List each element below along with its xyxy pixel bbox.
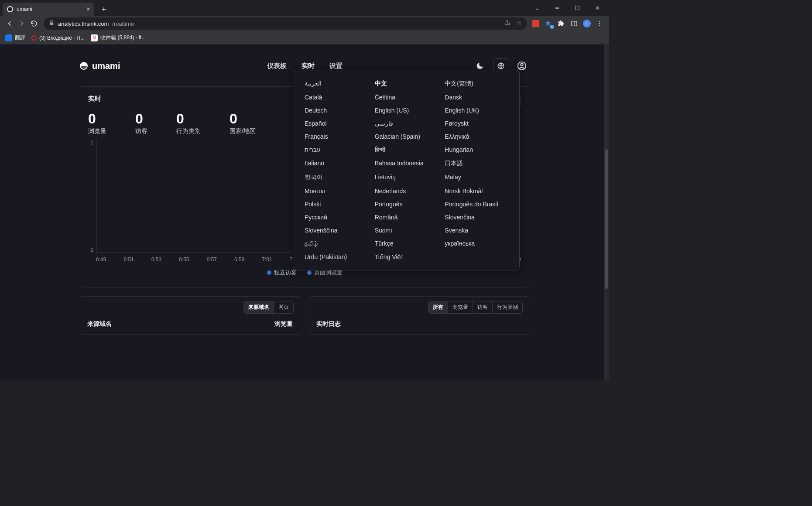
bookmark-label: (3) Входящие - П...	[39, 35, 85, 41]
extensions-puzzle-icon[interactable]	[557, 19, 565, 28]
nav-item[interactable]: 实时	[302, 62, 315, 70]
language-option[interactable]: العربية	[305, 80, 368, 88]
language-option[interactable]: עברית	[305, 146, 368, 154]
bookmark-item[interactable]: (3) Входящие - П...	[31, 35, 85, 41]
segmented-tab[interactable]: 网页	[274, 301, 293, 313]
forward-button[interactable]	[16, 17, 28, 30]
language-option[interactable]: Português	[375, 201, 438, 208]
bookmark-icon: M	[91, 34, 98, 41]
log-card: 所有浏览量访客行为类别 实时日志	[309, 296, 529, 335]
language-option[interactable]: Tiếng Việt	[375, 253, 438, 260]
nav-item[interactable]: 仪表板	[267, 62, 287, 70]
language-option[interactable]: English (US)	[375, 107, 438, 114]
language-option[interactable]: Türkçe	[375, 240, 438, 247]
referrers-tabs: 来源域名网页	[243, 301, 294, 314]
new-tab-button[interactable]: +	[98, 3, 110, 16]
language-option[interactable]: 日本語	[445, 160, 508, 168]
language-option[interactable]: Norsk Bokmål	[445, 188, 508, 195]
url-path: /realtime	[112, 21, 134, 27]
favicon-icon	[7, 6, 13, 12]
language-option[interactable]: Føroyskt	[445, 120, 508, 127]
language-option[interactable]: Lietuvių	[375, 174, 438, 181]
language-option[interactable]: Malay	[445, 174, 508, 181]
language-option[interactable]: Nederlands	[375, 188, 438, 195]
language-option[interactable]: Urdu (Pakistan)	[305, 253, 368, 260]
bookmark-item[interactable]: M收件箱 (5,884) - lt...	[91, 34, 146, 41]
language-option[interactable]: Ελληνικά	[445, 133, 508, 140]
language-option[interactable]: Suomi	[375, 227, 438, 234]
bottom-row: 来源域名网页 来源域名 浏览量 所有浏览量访客行为类别 实时日志	[80, 296, 529, 335]
scrollbar[interactable]	[604, 44, 609, 380]
language-option[interactable]: Čeština	[375, 94, 438, 101]
language-dropdown[interactable]: العربية中文中文(繁體)CatalàČeštinaDanskDeutsch…	[293, 70, 520, 270]
chevron-down-icon[interactable]: ⌄	[527, 0, 547, 16]
metric: 0访客	[135, 112, 147, 135]
bookmark-star-icon[interactable]: ☆	[517, 20, 522, 27]
tab-strip: umami × + ⌄ ━ ☐ ✕	[0, 0, 609, 16]
scrollbar-thumb[interactable]	[605, 149, 608, 289]
language-option[interactable]: 中文(繁體)	[445, 80, 508, 88]
segmented-tab[interactable]: 所有	[428, 301, 448, 313]
metric: 0国家/地区	[230, 112, 256, 135]
page-viewport: umami 仪表板实时设置 العربية中文中文(繁體)CatalàČešti…	[0, 44, 609, 380]
window-minimize-button[interactable]: ━	[547, 0, 567, 16]
browser-tab[interactable]: umami ×	[3, 3, 94, 16]
language-option[interactable]: Bahasa Indonesia	[375, 160, 438, 168]
window-close-button[interactable]: ✕	[587, 0, 607, 16]
language-option[interactable]: Svenska	[445, 227, 508, 234]
language-option[interactable]: فارسی	[375, 120, 438, 127]
metric-label: 访客	[135, 127, 147, 135]
language-option[interactable]: Монгол	[305, 188, 368, 195]
language-option[interactable]: हिन्दी	[375, 146, 438, 154]
language-option[interactable]: Italiano	[305, 160, 368, 168]
language-option[interactable]: 한국어	[305, 174, 368, 181]
reload-button[interactable]	[28, 17, 40, 30]
language-option[interactable]: Slovenščina	[305, 227, 368, 234]
log-title: 实时日志	[316, 320, 341, 328]
language-option[interactable]: Français	[305, 133, 368, 140]
side-panel-icon[interactable]	[570, 19, 579, 28]
nav-item[interactable]: 设置	[329, 62, 343, 70]
language-option[interactable]: Galacian (Spain)	[375, 133, 438, 140]
language-option[interactable]: українська	[445, 240, 508, 247]
language-option[interactable]: தமிழ்	[305, 240, 368, 247]
app-header: umami 仪表板实时设置 العربية中文中文(繁體)CatalàČešti…	[80, 55, 529, 77]
main-nav: 仪表板实时设置	[267, 62, 343, 70]
language-option[interactable]: Polski	[305, 201, 368, 208]
language-option[interactable]: 中文	[375, 80, 438, 88]
language-option[interactable]: Español	[305, 120, 368, 127]
referrers-col-left: 来源域名	[87, 320, 112, 328]
segmented-tab[interactable]: 行为类别	[493, 301, 522, 313]
language-option[interactable]: Català	[305, 94, 368, 101]
legend-label: 独立访客	[274, 269, 297, 277]
language-option[interactable]: Slovenčina	[445, 214, 508, 221]
profile-avatar[interactable]: I	[583, 20, 591, 27]
legend-item: 独立访客	[267, 269, 297, 277]
back-button[interactable]	[3, 17, 16, 30]
share-icon[interactable]	[504, 20, 510, 27]
logo[interactable]: umami	[80, 61, 120, 71]
tab-close-icon[interactable]: ×	[87, 6, 90, 12]
language-option[interactable]: Hungarian	[445, 146, 508, 154]
referrers-card: 来源域名网页 来源域名 浏览量	[80, 296, 300, 335]
language-option[interactable]: English (UK)	[445, 107, 508, 114]
extension-red-icon[interactable]	[532, 20, 539, 27]
bookmark-label: 翻譯	[15, 34, 25, 41]
language-option[interactable]: Română	[375, 214, 438, 221]
kebab-menu-icon[interactable]: ⋮	[595, 19, 604, 28]
language-option[interactable]: Português do Brasil	[445, 201, 508, 208]
address-bar[interactable]: analytics.thsink.com/realtime ☆	[44, 17, 527, 30]
x-tick: 6:59	[234, 256, 244, 263]
language-option[interactable]: Dansk	[445, 94, 508, 101]
x-tick: 6:53	[151, 256, 161, 263]
page-content: umami 仪表板实时设置 العربية中文中文(繁體)CatalàČešti…	[80, 44, 529, 380]
segmented-tab[interactable]: 浏览量	[448, 301, 473, 313]
extension-blue-icon[interactable]: 4	[544, 19, 552, 28]
segmented-tab[interactable]: 访客	[473, 301, 493, 313]
language-option[interactable]: Deutsch	[305, 107, 368, 114]
window-maximize-button[interactable]: ☐	[567, 0, 587, 16]
language-option[interactable]: Русский	[305, 214, 368, 221]
segmented-tab[interactable]: 来源域名	[244, 301, 274, 313]
extension-badge: 4	[550, 25, 554, 29]
bookmark-item[interactable]: 翻譯	[5, 34, 25, 41]
